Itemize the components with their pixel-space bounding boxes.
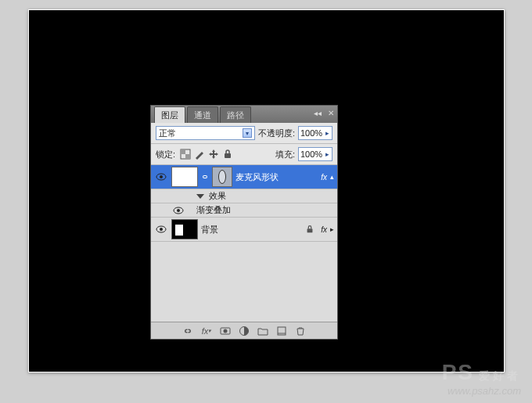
- svg-rect-1: [181, 149, 185, 154]
- link-icon: [201, 173, 209, 181]
- svg-rect-10: [307, 228, 313, 232]
- svg-point-9: [160, 228, 163, 231]
- effects-header-row[interactable]: 效果: [151, 189, 337, 203]
- svg-rect-3: [225, 153, 231, 158]
- panel-footer: fx▾: [151, 322, 337, 339]
- lock-fill-row: 锁定: 填充: 100% ▸: [151, 144, 337, 165]
- opacity-value: 100%: [300, 128, 322, 138]
- svg-rect-2: [185, 154, 190, 159]
- svg-point-5: [160, 175, 163, 178]
- lock-pixels-icon[interactable]: [194, 149, 205, 160]
- svg-point-7: [177, 209, 180, 212]
- tab-layers[interactable]: 图层: [154, 106, 185, 123]
- new-layer-icon[interactable]: [276, 326, 287, 336]
- lock-label: 锁定:: [156, 149, 175, 160]
- collapse-icon[interactable]: ◂◂: [314, 109, 322, 117]
- fx-expand-icon[interactable]: ▸: [330, 225, 334, 233]
- blend-mode-value: 正常: [159, 128, 176, 139]
- panel-titlebar: 图层 通道 路径 ◂◂ ✕: [151, 106, 337, 123]
- layer-row-shape[interactable]: 麦克风形状 fx ▴: [151, 165, 337, 189]
- vector-mask-thumb: [212, 167, 232, 187]
- blend-mode-dropdown[interactable]: 正常 ▾: [156, 126, 255, 140]
- effects-label: 效果: [209, 190, 226, 202]
- fx-indicator-icon[interactable]: fx: [321, 173, 327, 182]
- visibility-toggle[interactable]: [154, 222, 168, 236]
- watermark-logo-big: PS: [442, 360, 474, 384]
- watermark-url: www.psahz.com: [442, 385, 521, 397]
- opacity-input[interactable]: 100% ▸: [298, 126, 332, 140]
- tab-channels[interactable]: 通道: [187, 106, 218, 123]
- layer-thumb: [171, 219, 198, 239]
- layer-mask-icon[interactable]: [220, 326, 231, 336]
- lock-position-icon[interactable]: [208, 149, 219, 160]
- layer-thumb: [171, 167, 198, 187]
- effect-row-gradient-overlay[interactable]: 渐变叠加: [151, 203, 337, 218]
- layers-list: 麦克风形状 fx ▴ 效果 渐变叠加 背景 fx: [151, 165, 337, 322]
- layer-row-background[interactable]: 背景 fx ▸: [151, 218, 337, 242]
- lock-icons-group: [180, 149, 233, 160]
- lock-icon: [305, 225, 315, 234]
- chevron-down-icon: ▾: [243, 128, 252, 138]
- layer-name: 麦克风形状: [235, 171, 279, 183]
- fx-indicator-icon[interactable]: fx: [321, 225, 327, 234]
- opacity-arrow-icon: ▸: [324, 129, 330, 137]
- opacity-label: 不透明度:: [258, 128, 295, 139]
- adjustment-layer-icon[interactable]: [239, 326, 250, 336]
- fill-arrow-icon: ▸: [324, 150, 330, 158]
- lock-transparent-icon[interactable]: [180, 149, 191, 160]
- fx-expand-icon[interactable]: ▴: [330, 173, 334, 181]
- fill-label: 填充:: [275, 149, 295, 160]
- visibility-toggle[interactable]: [173, 205, 184, 216]
- delete-layer-icon[interactable]: [295, 326, 306, 336]
- new-group-icon[interactable]: [257, 326, 268, 336]
- close-icon[interactable]: ✕: [328, 109, 334, 117]
- svg-point-12: [224, 329, 228, 333]
- disclosure-icon: [196, 194, 204, 199]
- watermark-logo-small: 爱好者: [479, 369, 521, 382]
- effect-name: 渐变叠加: [196, 204, 231, 216]
- visibility-toggle[interactable]: [154, 170, 168, 184]
- layers-panel: 图层 通道 路径 ◂◂ ✕ 正常 ▾ 不透明度: 100% ▸ 锁定:: [150, 105, 338, 340]
- lock-all-icon[interactable]: [222, 149, 233, 160]
- tab-paths[interactable]: 路径: [220, 106, 251, 123]
- layer-style-icon[interactable]: fx▾: [201, 326, 212, 336]
- layers-empty-space: [151, 242, 337, 320]
- link-layers-icon[interactable]: [182, 326, 193, 336]
- watermark: PS爱好者 www.psahz.com: [442, 360, 521, 397]
- fill-value: 100%: [300, 149, 322, 159]
- layer-name: 背景: [201, 224, 218, 236]
- blend-opacity-row: 正常 ▾ 不透明度: 100% ▸: [151, 123, 337, 144]
- fill-input[interactable]: 100% ▸: [298, 147, 332, 161]
